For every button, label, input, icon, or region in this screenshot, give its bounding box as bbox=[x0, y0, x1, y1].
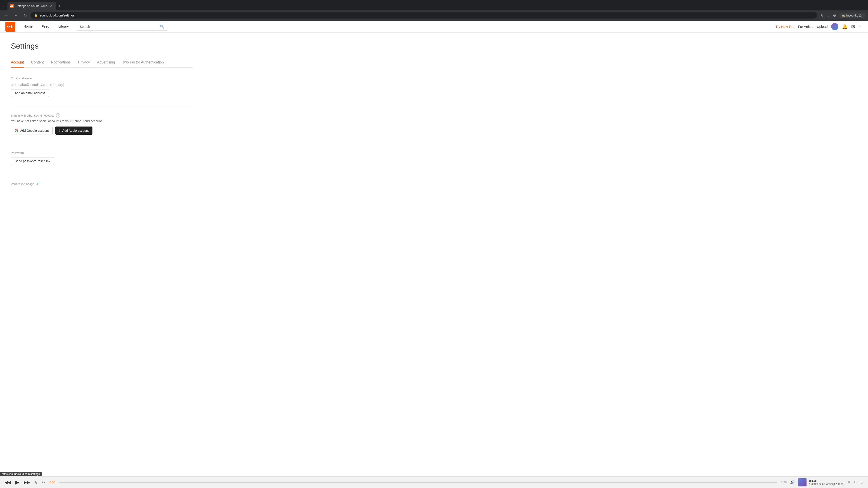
verification-badge-row: Verification badge ✔ bbox=[11, 182, 193, 186]
password-section-label: Password bbox=[11, 151, 193, 155]
social-title-row: Sign in with other social networks ? bbox=[11, 113, 193, 118]
svg-rect-8 bbox=[13, 26, 13, 27]
player-playlist-button[interactable]: ☰ bbox=[860, 479, 864, 485]
help-icon[interactable]: ? bbox=[56, 113, 60, 118]
soundcloud-logo[interactable] bbox=[5, 22, 16, 32]
bottom-player: ◀◀ ▶ ▶▶ ⇆ ↻ 0:00 2:39 🔊 mikoII Ostatni d… bbox=[0, 476, 868, 488]
thumbnail-image bbox=[798, 478, 807, 486]
try-next-pro-link[interactable]: Try Next Pro bbox=[776, 25, 795, 29]
soundcloud-favicon-icon bbox=[10, 5, 14, 7]
browser-toolbar: ← → ↻ 🔒 soundcloud.com/settings ★ ↓ ⚙ 🕵 … bbox=[0, 10, 868, 21]
header-right: Try Next Pro For Artists Upload 🔔 ✉ ··· bbox=[776, 23, 863, 30]
status-bar: https://soundcloud.com/settings bbox=[0, 472, 41, 476]
social-description: You have not linked social accounts to y… bbox=[11, 119, 193, 123]
tab-two-factor[interactable]: Two Factor Authentication bbox=[122, 58, 164, 68]
url-display: soundcloud.com/settings bbox=[40, 13, 813, 17]
add-apple-label: Add Apple account bbox=[62, 129, 89, 132]
tab-notifications[interactable]: Notifications bbox=[51, 58, 71, 68]
add-apple-button[interactable]:  Add Apple account bbox=[55, 127, 93, 135]
verification-label: Verification badge bbox=[11, 182, 34, 186]
volume-icon[interactable]: 🔊 bbox=[790, 480, 795, 484]
svg-rect-0 bbox=[7, 26, 8, 27]
social-buttons: Add Google account  Add Apple account bbox=[11, 127, 193, 135]
add-email-label: Add an email address bbox=[15, 91, 45, 95]
avatar-image bbox=[831, 23, 838, 30]
svg-rect-2 bbox=[8, 26, 9, 28]
settings-tabs: Account Content Notifications Privacy Ad… bbox=[11, 58, 193, 68]
incognito-label: Incognito (2) bbox=[846, 14, 863, 17]
tab-title: Settings on SoundCloud bbox=[16, 4, 47, 8]
verification-section: Verification badge ✔ bbox=[11, 182, 193, 186]
nav-feed[interactable]: Feed bbox=[37, 21, 54, 33]
primary-email-display: a24beaba@moodjoy.com (Primary) bbox=[11, 83, 193, 87]
player-next-button[interactable]: ▶▶ bbox=[23, 479, 31, 486]
tab-close-button[interactable]: ✕ bbox=[49, 4, 54, 8]
apple-icon:  bbox=[59, 129, 61, 133]
player-action-buttons: ♥ ↻ ☰ bbox=[847, 479, 865, 485]
forward-button[interactable]: → bbox=[12, 12, 20, 19]
download-icon[interactable]: ↓ bbox=[826, 12, 830, 19]
tab-account[interactable]: Account bbox=[11, 58, 24, 68]
player-thumbnail bbox=[798, 478, 807, 486]
for-artists-link[interactable]: For Artists bbox=[798, 25, 813, 29]
player-track-info: mikoII Ostatni dzień wakacji z Tobą bbox=[798, 478, 843, 486]
extension-icon[interactable]: ⚙ bbox=[832, 12, 837, 19]
settings-content: Settings Account Content Notifications P… bbox=[0, 33, 204, 204]
incognito-button[interactable]: 🕵 Incognito (2) bbox=[839, 13, 865, 18]
upload-link[interactable]: Upload bbox=[817, 25, 828, 29]
player-track-name: Ostatni dzień wakacji z Tobą bbox=[809, 482, 843, 486]
notifications-icon[interactable]: 🔔 bbox=[842, 24, 848, 29]
player-progress-bar[interactable] bbox=[59, 482, 777, 483]
messages-icon[interactable]: ✉ bbox=[851, 24, 855, 29]
address-bar[interactable]: 🔒 soundcloud.com/settings bbox=[31, 12, 817, 19]
player-repost-button[interactable]: ↻ bbox=[853, 479, 858, 485]
more-icon[interactable]: ··· bbox=[859, 24, 863, 29]
tab-privacy[interactable]: Privacy bbox=[78, 58, 90, 68]
user-avatar[interactable] bbox=[831, 23, 838, 30]
track-details: mikoII Ostatni dzień wakacji z Tobą bbox=[809, 479, 843, 486]
player-artist-name: mikoII bbox=[809, 479, 843, 482]
svg-rect-4 bbox=[10, 26, 10, 28]
verified-checkmark-icon: ✔ bbox=[36, 182, 39, 186]
player-like-button[interactable]: ♥ bbox=[847, 480, 851, 485]
player-repeat-button[interactable]: ↻ bbox=[41, 480, 46, 485]
tab-list-arrow[interactable]: ‹ bbox=[2, 3, 6, 8]
add-google-button[interactable]: Add Google account bbox=[11, 127, 53, 134]
player-play-button[interactable]: ▶ bbox=[14, 479, 20, 486]
soundcloud-app: Home Feed Library 🔍 Try Next Pro For Art… bbox=[0, 21, 868, 488]
new-tab-button[interactable]: + bbox=[56, 2, 63, 9]
tab-advertising[interactable]: Advertising bbox=[97, 58, 115, 68]
active-tab[interactable]: Settings on SoundCloud ✕ bbox=[7, 2, 56, 10]
search-icon: 🔍 bbox=[160, 24, 164, 29]
page-title: Settings bbox=[11, 41, 193, 51]
player-time-current: 0:00 bbox=[50, 481, 55, 484]
bookmark-icon[interactable]: ★ bbox=[819, 12, 825, 19]
svg-rect-6 bbox=[11, 25, 12, 28]
toolbar-right: ★ ↓ ⚙ 🕵 Incognito (2) bbox=[819, 12, 865, 19]
add-email-button[interactable]: Add an email address bbox=[11, 89, 49, 97]
search-container: 🔍 bbox=[77, 23, 167, 31]
primary-badge: (Primary) bbox=[50, 83, 64, 87]
player-prev-button[interactable]: ◀◀ bbox=[4, 479, 12, 486]
social-section-label: Sign in with other social networks bbox=[11, 114, 54, 117]
lock-icon: 🔒 bbox=[34, 13, 38, 17]
player-volume: 🔊 bbox=[790, 480, 795, 484]
nav-home[interactable]: Home bbox=[19, 21, 37, 33]
player-time-total: 2:39 bbox=[781, 481, 786, 484]
back-button[interactable]: ← bbox=[3, 12, 10, 19]
reload-button[interactable]: ↻ bbox=[22, 12, 29, 19]
nav-library[interactable]: Library bbox=[54, 21, 73, 33]
player-shuffle-button[interactable]: ⇆ bbox=[34, 480, 38, 485]
search-input[interactable] bbox=[80, 25, 160, 29]
tab-favicon bbox=[10, 4, 14, 8]
browser-chrome: ‹ Settings on SoundCloud ✕ + ← → ↻ 🔒 sou… bbox=[0, 0, 868, 21]
tab-bar-left: ‹ bbox=[2, 3, 6, 8]
svg-rect-1 bbox=[8, 26, 8, 28]
social-section: Sign in with other social networks ? You… bbox=[11, 113, 193, 135]
email-section: Email addresses a24beaba@moodjoy.com (Pr… bbox=[11, 76, 193, 97]
email-address: a24beaba@moodjoy.com bbox=[11, 83, 49, 87]
tab-content[interactable]: Content bbox=[31, 58, 44, 68]
incognito-icon: 🕵 bbox=[842, 14, 845, 17]
main-nav: Home Feed Library bbox=[19, 21, 73, 33]
send-reset-link-button[interactable]: Send password-reset link bbox=[11, 157, 54, 165]
